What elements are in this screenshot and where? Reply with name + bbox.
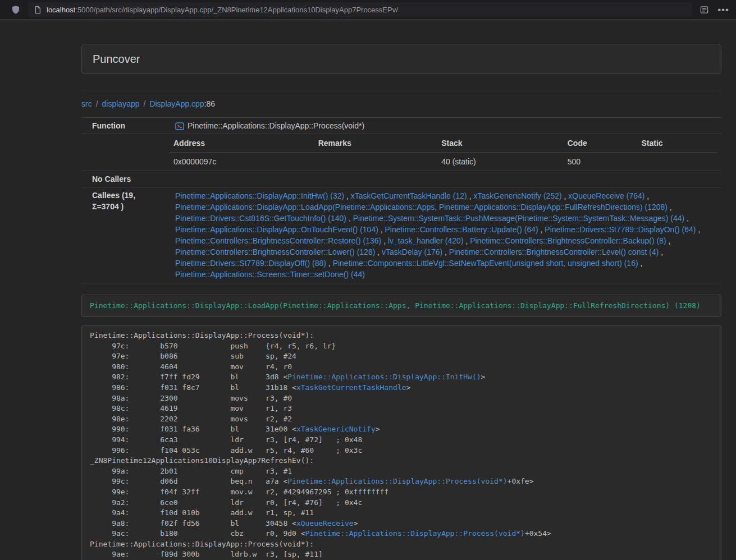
col-stack: Stack <box>437 134 563 153</box>
breadcrumb-link[interactable]: displayapp <box>102 99 140 108</box>
asm-symbol-link[interactable]: xTaskGetCurrentTaskHandle <box>296 383 406 392</box>
asm-symbol-link[interactable]: Pinetime::Applications::DisplayApp::Proc… <box>305 529 525 538</box>
more-menu-icon[interactable]: ••• <box>717 5 729 15</box>
no-callers-row: No Callers <box>81 171 721 187</box>
callee-link[interactable]: Pinetime::Drivers::St7789::DisplayOn() (… <box>545 225 696 234</box>
callee-link[interactable]: xTaskGenericNotify (252) <box>473 191 561 200</box>
symbol-table: Function Pinetime::Applications::Display… <box>81 117 721 283</box>
callee-link[interactable]: Pinetime::Drivers::Cst816S::GetTouchInfo… <box>175 214 346 223</box>
callees-row: Callees (19, Σ=3704 ) Pinetime::Applicat… <box>81 187 721 283</box>
stats-header-row: Address Remarks Stack Code Static <box>169 134 717 153</box>
stats-row-label <box>81 134 164 171</box>
asm-symbol-link[interactable]: xQueueReceive <box>296 519 354 527</box>
function-cell: Pinetime::Applications::DisplayApp::Proc… <box>164 118 721 134</box>
callee-link[interactable]: Pinetime::System::SystemTask::PushMessag… <box>353 214 685 223</box>
code-value: 500 <box>563 153 637 171</box>
breadcrumb-link[interactable]: DisplayApp.cpp <box>149 99 204 108</box>
function-name: Pinetime::Applications::DisplayApp::Proc… <box>188 120 364 131</box>
disassembly: Pinetime::Applications::DisplayApp::Proc… <box>81 325 721 560</box>
page-container: Puncover src/displayapp/DisplayApp.cpp:8… <box>81 44 721 560</box>
url-text: localhost:5000/path/src/displayapp/Displ… <box>47 6 398 14</box>
callee-link[interactable]: Pinetime::Controllers::Battery::Update()… <box>385 225 538 234</box>
shield-icon[interactable] <box>11 5 20 15</box>
page-icon[interactable] <box>34 6 42 14</box>
callee-link[interactable]: Pinetime::Controllers::BrightnessControl… <box>470 236 666 245</box>
url-host: localhost <box>47 6 75 14</box>
callee-link[interactable]: xTaskGetCurrentTaskHandle (12) <box>351 191 467 200</box>
breadcrumb-separator: / <box>96 99 98 108</box>
address-value: 0x0000097c <box>169 153 314 171</box>
callees-label: Callees (19, Σ=3704 ) <box>81 187 164 283</box>
no-callers-label: No Callers <box>81 171 164 187</box>
remarks-value <box>314 153 437 171</box>
stats-table: Address Remarks Stack Code Static 0x0000… <box>169 134 717 171</box>
address-bar[interactable]: localhost:5000/path/src/displayapp/Displ… <box>28 2 692 17</box>
stack-value: 40 (static) <box>437 153 563 171</box>
col-address: Address <box>169 134 314 153</box>
browser-toolbar: localhost:5000/path/src/displayapp/Displ… <box>0 0 736 20</box>
loadapp-panel: Pinetime::Applications::DisplayApp::Load… <box>81 295 721 317</box>
callee-link[interactable]: Pinetime::Applications::DisplayApp::Init… <box>175 191 344 200</box>
col-static: Static <box>637 134 717 153</box>
no-callers-cell <box>164 171 721 187</box>
page-title-panel: Puncover <box>81 44 721 74</box>
breadcrumb-separator: / <box>144 99 146 108</box>
divider <box>81 90 721 90</box>
stats-data-row: 0x0000097c 40 (static) 500 <box>169 153 717 171</box>
callee-link[interactable]: Pinetime::Applications::DisplayApp::OnTo… <box>175 225 378 234</box>
asm-symbol-link[interactable]: Pinetime::Applications::DisplayApp::Proc… <box>287 477 507 485</box>
reader-mode-icon[interactable] <box>700 6 708 14</box>
function-row: Function Pinetime::Applications::Display… <box>81 117 721 134</box>
callee-link[interactable]: Pinetime::Applications::Screens::Timer::… <box>175 270 365 279</box>
callee-link[interactable]: Pinetime::Drivers::St7789::DisplayOff() … <box>175 259 326 268</box>
function-label: Function <box>81 118 164 134</box>
callee-link[interactable]: Pinetime::Controllers::BrightnessControl… <box>175 247 375 256</box>
breadcrumb: src/displayapp/DisplayApp.cpp:86 <box>81 98 721 109</box>
url-path: :5000/path/src/displayapp/DisplayApp.cpp… <box>75 6 398 14</box>
page-title: Puncover <box>93 52 710 66</box>
callee-link[interactable]: xQueueReceive (764) <box>568 191 644 200</box>
function-icon <box>175 122 184 131</box>
callee-link[interactable]: Pinetime::Applications::DisplayApp::Load… <box>175 203 668 212</box>
asm-symbol-link[interactable]: xTaskGenericNotify <box>296 425 376 433</box>
callee-link[interactable]: Pinetime::Components::LittleVgl::SetNewT… <box>333 259 638 268</box>
breadcrumb-line-number: :86 <box>204 99 215 108</box>
callee-link[interactable]: lv_task_handler (420) <box>388 236 464 245</box>
stats-cell: Address Remarks Stack Code Static 0x0000… <box>164 134 721 171</box>
callee-link[interactable]: Pinetime::Controllers::BrightnessControl… <box>449 247 659 256</box>
callees-cell: Pinetime::Applications::DisplayApp::Init… <box>164 187 721 283</box>
callee-link[interactable]: vTaskDelay (176) <box>382 247 442 256</box>
col-code: Code <box>563 134 637 153</box>
asm-symbol-link[interactable]: Pinetime::Applications::DisplayApp::Init… <box>287 373 481 381</box>
stats-row: Address Remarks Stack Code Static 0x0000… <box>81 134 721 171</box>
static-value <box>637 153 717 171</box>
col-remarks: Remarks <box>314 134 437 153</box>
breadcrumb-link[interactable]: src <box>81 99 92 108</box>
callee-link[interactable]: Pinetime::Controllers::BrightnessControl… <box>175 236 381 245</box>
loadapp-panel-text: Pinetime::Applications::DisplayApp::Load… <box>90 301 701 310</box>
